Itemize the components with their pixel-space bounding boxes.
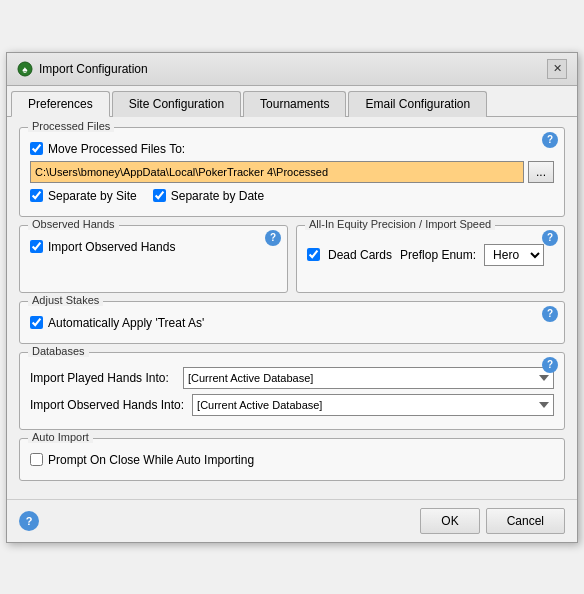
svg-text:♠: ♠	[22, 64, 28, 75]
ok-button[interactable]: OK	[420, 508, 479, 534]
played-db-row: Import Played Hands Into: [Current Activ…	[30, 367, 554, 389]
move-files-row: Move Processed Files To:	[30, 142, 554, 156]
auto-apply-row: Automatically Apply 'Treat As'	[30, 316, 554, 330]
cancel-button[interactable]: Cancel	[486, 508, 565, 534]
dialog-title: Import Configuration	[39, 62, 148, 76]
tab-tournaments[interactable]: Tournaments	[243, 91, 346, 117]
equity-col: All-In Equity Precision / Import Speed ?…	[296, 225, 565, 301]
separate-by-date-checkbox[interactable]	[153, 189, 166, 202]
move-files-checkbox[interactable]	[30, 142, 43, 155]
tab-email-configuration[interactable]: Email Configuration	[348, 91, 487, 117]
dialog: ♠ Import Configuration ✕ Preferences Sit…	[6, 52, 578, 543]
title-bar: ♠ Import Configuration ✕	[7, 53, 577, 86]
auto-apply-label: Automatically Apply 'Treat As'	[48, 316, 204, 330]
auto-import-title: Auto Import	[28, 431, 93, 443]
footer-left: ?	[19, 511, 414, 531]
equity-help-icon[interactable]: ?	[542, 230, 558, 246]
dead-cards-label: Dead Cards	[328, 248, 392, 262]
observed-hands-col: Observed Hands ? Import Observed Hands	[19, 225, 288, 301]
separate-by-date-label: Separate by Date	[171, 189, 264, 203]
footer-help-icon[interactable]: ?	[19, 511, 39, 531]
auto-apply-checkbox[interactable]	[30, 316, 43, 329]
path-row: ...	[30, 161, 554, 183]
prompt-row: Prompt On Close While Auto Importing	[30, 453, 554, 467]
adjust-stakes-help-icon[interactable]: ?	[542, 306, 558, 322]
browse-button[interactable]: ...	[528, 161, 554, 183]
inline-checks-row: Separate by Site Separate by Date	[30, 189, 554, 208]
played-db-select[interactable]: [Current Active Database]	[183, 367, 554, 389]
title-bar-left: ♠ Import Configuration	[17, 61, 148, 77]
two-col-section: Observed Hands ? Import Observed Hands A…	[19, 225, 565, 301]
app-icon: ♠	[17, 61, 33, 77]
observed-hands-group: Observed Hands ? Import Observed Hands	[19, 225, 288, 293]
observed-db-select[interactable]: [Current Active Database]	[192, 394, 554, 416]
databases-group: Databases ? Import Played Hands Into: [C…	[19, 352, 565, 430]
observed-db-row: Import Observed Hands Into: [Current Act…	[30, 394, 554, 416]
path-input[interactable]	[30, 161, 524, 183]
move-files-label: Move Processed Files To:	[48, 142, 185, 156]
observed-db-label: Import Observed Hands Into:	[30, 398, 184, 412]
databases-help-icon[interactable]: ?	[542, 357, 558, 373]
dialog-footer: ? OK Cancel	[7, 499, 577, 542]
equity-title: All-In Equity Precision / Import Speed	[305, 218, 495, 230]
prompt-label: Prompt On Close While Auto Importing	[48, 453, 254, 467]
import-observed-row: Import Observed Hands	[30, 240, 277, 254]
separate-date-row: Separate by Date	[153, 189, 264, 203]
played-db-label: Import Played Hands Into:	[30, 371, 175, 385]
tab-preferences[interactable]: Preferences	[11, 91, 110, 117]
import-observed-label: Import Observed Hands	[48, 240, 175, 254]
dead-cards-checkbox[interactable]	[307, 248, 320, 261]
content-area: Processed Files ? Move Processed Files T…	[7, 117, 577, 499]
adjust-stakes-group: Adjust Stakes ? Automatically Apply 'Tre…	[19, 301, 565, 344]
preflop-enum-label: Preflop Enum:	[400, 248, 476, 262]
separate-by-site-label: Separate by Site	[48, 189, 137, 203]
close-button[interactable]: ✕	[547, 59, 567, 79]
processed-files-help-icon[interactable]: ?	[542, 132, 558, 148]
import-observed-checkbox[interactable]	[30, 240, 43, 253]
tab-site-configuration[interactable]: Site Configuration	[112, 91, 241, 117]
equity-group: All-In Equity Precision / Import Speed ?…	[296, 225, 565, 293]
processed-files-title: Processed Files	[28, 120, 114, 132]
tab-bar: Preferences Site Configuration Tournamen…	[7, 86, 577, 117]
equity-row: Dead Cards Preflop Enum: Hero All None	[307, 244, 554, 266]
processed-files-group: Processed Files ? Move Processed Files T…	[19, 127, 565, 217]
separate-site-row: Separate by Site	[30, 189, 137, 203]
auto-import-group: Auto Import Prompt On Close While Auto I…	[19, 438, 565, 481]
prompt-checkbox[interactable]	[30, 453, 43, 466]
preflop-enum-select[interactable]: Hero All None	[484, 244, 544, 266]
adjust-stakes-title: Adjust Stakes	[28, 294, 103, 306]
databases-title: Databases	[28, 345, 89, 357]
separate-by-site-checkbox[interactable]	[30, 189, 43, 202]
observed-hands-title: Observed Hands	[28, 218, 119, 230]
observed-hands-help-icon[interactable]: ?	[265, 230, 281, 246]
